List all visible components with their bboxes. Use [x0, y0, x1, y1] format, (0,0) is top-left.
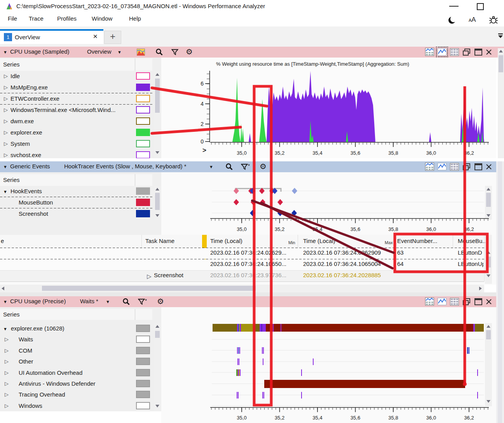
events-chart-area[interactable]: [161, 172, 496, 235]
series-row[interactable]: ▷Waits: [0, 334, 152, 346]
table-vertical-scrollbar[interactable]: [485, 235, 492, 284]
series-row[interactable]: ▷svchost.exe: [0, 150, 152, 158]
chevron-down-icon[interactable]: ▼: [106, 299, 110, 304]
chevron-down-icon[interactable]: ▼: [209, 164, 213, 169]
series-color-swatch[interactable]: [136, 210, 150, 217]
events-chart-scrollbar[interactable]: [485, 186, 492, 220]
expand-caret-icon[interactable]: ▷: [5, 358, 9, 364]
column-header-mouse-button[interactable]: MouseBu...: [458, 238, 487, 244]
tab-overflow-chevron-icon[interactable]: [497, 33, 504, 39]
series-color-swatch[interactable]: [136, 199, 150, 206]
series-color-swatch[interactable]: [136, 129, 150, 136]
series-row[interactable]: ▷Other: [0, 356, 152, 368]
graph-and-table-icon[interactable]: [425, 297, 434, 306]
series-row[interactable]: ▷WindowsTerminal.exe <Microsoft.Wind...: [0, 105, 152, 116]
filter-active-icon[interactable]: *: [138, 299, 148, 305]
font-size-icon[interactable]: AA: [469, 16, 476, 24]
series-color-swatch[interactable]: [136, 391, 150, 398]
column-header-event-number[interactable]: EventNumber...: [397, 238, 437, 244]
expand-caret-icon[interactable]: ▷: [147, 273, 152, 280]
collapse-caret-icon[interactable]: ▼: [3, 50, 7, 54]
sampled-chart-scrollbar[interactable]: [498, 48, 504, 158]
expand-caret-icon[interactable]: ▷: [4, 141, 8, 147]
series-color-swatch[interactable]: [136, 140, 150, 147]
series-row[interactable]: ▷Tracing Overhead: [0, 389, 152, 401]
series-row[interactable]: ▼HookEvents: [0, 186, 152, 198]
column-header-cut[interactable]: e: [1, 238, 4, 244]
sampled-series-scrollbar[interactable]: [154, 71, 161, 158]
series-row[interactable]: ▷MsMpEng.exe: [0, 82, 152, 94]
expand-caret-icon[interactable]: ▷: [5, 370, 9, 376]
expand-caret-icon[interactable]: ▷: [4, 107, 8, 113]
table-horizontal-scrollbar[interactable]: [0, 285, 484, 292]
graph-only-icon[interactable]: [438, 163, 446, 170]
expand-caret-icon[interactable]: ▷: [5, 392, 9, 397]
search-icon[interactable]: [155, 48, 163, 56]
open-in-new-window-icon[interactable]: [462, 163, 471, 171]
precise-chart-area[interactable]: [161, 307, 496, 423]
menu-trace[interactable]: Trace: [29, 15, 44, 22]
menu-window[interactable]: Window: [92, 15, 112, 22]
events-series-scrollbar[interactable]: [154, 186, 161, 220]
gear-icon[interactable]: ⚙: [186, 47, 193, 56]
collapse-caret-icon[interactable]: ▼: [3, 327, 7, 331]
menu-file[interactable]: File: [8, 15, 17, 22]
series-color-swatch[interactable]: [136, 84, 150, 91]
search-icon[interactable]: [225, 163, 233, 171]
collapse-caret-icon[interactable]: ▼: [3, 299, 7, 304]
precise-chart-scrollbar[interactable]: [485, 323, 492, 406]
series-row[interactable]: MouseButton: [0, 197, 152, 209]
series-color-swatch[interactable]: [136, 106, 150, 114]
maximize-button[interactable]: [477, 3, 484, 10]
menu-profiles[interactable]: Profiles: [57, 15, 77, 22]
search-icon[interactable]: [122, 298, 130, 306]
series-color-swatch[interactable]: [136, 402, 150, 409]
graph-and-table-icon[interactable]: [425, 163, 434, 171]
series-row[interactable]: ▷Antivirus - Windows Defender: [0, 378, 152, 390]
view-selector-events[interactable]: HookTracer Events (Slow , Mouse, Keyboar…: [64, 163, 187, 170]
graph-only-icon[interactable]: [438, 48, 446, 56]
filter-active-icon[interactable]: *: [241, 164, 251, 170]
series-row[interactable]: Screenshot: [0, 208, 152, 220]
table-only-icon[interactable]: [450, 163, 459, 171]
series-row[interactable]: ▼explorer.exe (10628): [0, 323, 152, 335]
series-color-swatch[interactable]: [136, 347, 150, 354]
series-color-swatch[interactable]: [136, 369, 150, 376]
series-row[interactable]: ▷System: [0, 138, 152, 150]
graph-thumbnail-icon[interactable]: [137, 49, 145, 56]
maximize-panel-icon[interactable]: [474, 49, 482, 56]
close-panel-icon[interactable]: [486, 299, 492, 305]
open-in-new-window-icon[interactable]: [462, 48, 471, 56]
series-row[interactable]: ▷Windows: [0, 400, 152, 411]
new-tab-button[interactable]: +: [104, 31, 121, 44]
tab-close-icon[interactable]: ✕: [93, 33, 98, 40]
expand-caret-icon[interactable]: ▷: [4, 96, 8, 101]
series-color-swatch[interactable]: [136, 72, 150, 80]
series-row[interactable]: ▷UI Automation Overhead: [0, 367, 152, 379]
table-row[interactable]: 2023.02.16 07:36:24.02629... 2023.02.16 …: [0, 248, 484, 259]
series-color-swatch[interactable]: [136, 95, 150, 102]
table-only-icon[interactable]: [450, 48, 459, 56]
bug-report-icon[interactable]: [489, 16, 498, 24]
table-only-icon[interactable]: [450, 298, 459, 306]
expand-caret-icon[interactable]: ▷: [5, 348, 9, 353]
expand-caret-icon[interactable]: ▷: [5, 381, 9, 386]
series-color-swatch[interactable]: [136, 358, 150, 365]
minimize-button[interactable]: [449, 6, 459, 7]
column-header-task-name[interactable]: Task Name: [145, 238, 174, 244]
series-row[interactable]: ▷COM: [0, 345, 152, 357]
series-row[interactable]: ▷explorer.exe: [0, 127, 152, 139]
series-color-swatch[interactable]: [136, 151, 150, 158]
expand-caret-icon[interactable]: ▷: [5, 336, 9, 342]
series-row[interactable]: ▷ETWController.exe: [0, 93, 152, 105]
maximize-panel-icon[interactable]: [474, 298, 482, 305]
close-panel-icon[interactable]: [486, 164, 492, 170]
close-panel-icon[interactable]: [486, 49, 492, 55]
precise-series-scrollbar[interactable]: [154, 323, 161, 411]
gear-icon[interactable]: ⚙: [157, 297, 164, 306]
maximize-panel-icon[interactable]: [474, 163, 482, 170]
series-color-swatch[interactable]: [136, 336, 150, 343]
expand-caret-icon[interactable]: ▷: [4, 152, 8, 158]
series-color-swatch[interactable]: [136, 187, 150, 195]
expand-caret-icon[interactable]: ▷: [4, 129, 8, 135]
